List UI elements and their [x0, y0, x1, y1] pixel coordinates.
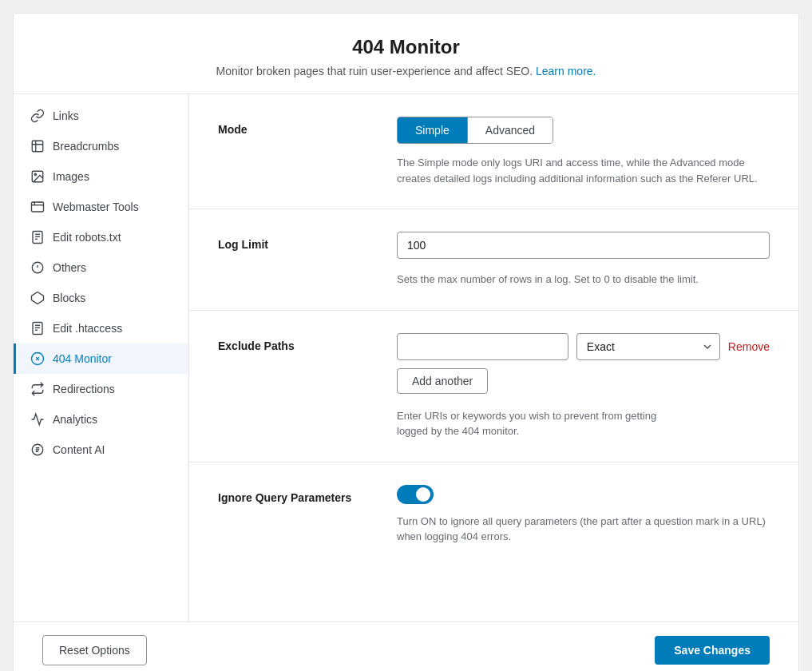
sidebar-item-webmaster[interactable]: Webmaster Tools — [14, 192, 188, 222]
ignore-query-label: Ignore Query Parameters — [218, 485, 378, 504]
svg-rect-16 — [33, 323, 42, 335]
content-area: Mode Simple Advanced The Simple mode onl… — [189, 94, 798, 621]
sidebar: Links Breadcrumbs Images Webmaster Tools… — [14, 94, 189, 621]
sidebar-label-404-monitor: 404 Monitor — [53, 352, 112, 365]
log-limit-content: Sets the max number of rows in a log. Se… — [397, 232, 770, 288]
sidebar-item-breadcrumbs[interactable]: Breadcrumbs — [14, 131, 188, 161]
sidebar-item-analytics[interactable]: Analytics — [14, 404, 188, 435]
blocks-icon — [30, 291, 45, 305]
sidebar-item-images[interactable]: Images — [14, 161, 188, 192]
mode-toggle-group: Simple Advanced — [397, 117, 553, 144]
mode-label: Mode — [218, 117, 378, 136]
mode-advanced-button[interactable]: Advanced — [468, 117, 553, 143]
sidebar-label-htaccess: Edit .htaccess — [53, 322, 122, 335]
sidebar-label-redirections: Redirections — [53, 383, 115, 395]
sidebar-item-content-ai[interactable]: Content AI — [14, 435, 188, 465]
exclude-match-select[interactable]: Exact Contains Starts With Ends With Reg… — [576, 333, 720, 360]
svg-point-4 — [34, 173, 36, 175]
ignore-query-content: Turn ON to ignore all query parameters (… — [397, 485, 770, 545]
page-header: 404 Monitor Monitor broken pages that ru… — [14, 14, 798, 94]
analytics-icon — [30, 412, 45, 427]
log-limit-input[interactable] — [397, 232, 770, 259]
sidebar-item-404-monitor[interactable]: 404 Monitor — [14, 343, 188, 374]
webmaster-icon — [30, 200, 45, 214]
svg-marker-15 — [32, 292, 44, 304]
ignore-query-description: Turn ON to ignore all query parameters (… — [397, 514, 770, 545]
content-ai-icon — [30, 443, 45, 457]
footer-bar: Reset Options Save Changes — [14, 621, 798, 671]
sidebar-item-links[interactable]: Links — [14, 101, 188, 131]
monitor-icon — [30, 351, 45, 366]
sidebar-item-robots[interactable]: Edit robots.txt — [14, 222, 188, 252]
link-icon — [30, 109, 45, 123]
exclude-paths-label: Exclude Paths — [218, 333, 378, 352]
sidebar-label-breadcrumbs: Breadcrumbs — [53, 140, 119, 153]
learn-more-link[interactable]: Learn more. — [536, 65, 596, 77]
sidebar-item-blocks[interactable]: Blocks — [14, 283, 188, 313]
ignore-query-section: Ignore Query Parameters Turn ON to ignor… — [189, 463, 798, 567]
exclude-paths-content: Exact Contains Starts With Ends With Reg… — [397, 333, 770, 439]
sidebar-label-robots: Edit robots.txt — [53, 231, 121, 244]
log-limit-field-row: Log Limit Sets the max number of rows in… — [218, 232, 770, 288]
others-icon — [30, 260, 45, 275]
exclude-paths-description: Enter URIs or keywords you wish to preve… — [397, 408, 770, 439]
svg-rect-8 — [33, 232, 42, 244]
exclude-path-input[interactable] — [397, 333, 568, 360]
sidebar-label-analytics: Analytics — [53, 413, 97, 426]
save-button[interactable]: Save Changes — [655, 636, 770, 665]
main-container: 404 Monitor Monitor broken pages that ru… — [13, 13, 799, 671]
body-layout: Links Breadcrumbs Images Webmaster Tools… — [14, 94, 798, 621]
mode-content: Simple Advanced The Simple mode only log… — [397, 117, 770, 186]
sidebar-label-images: Images — [53, 170, 89, 183]
sidebar-item-others[interactable]: Others — [14, 252, 188, 283]
exclude-path-row: Exact Contains Starts With Ends With Reg… — [397, 333, 770, 360]
exclude-paths-section: Exclude Paths Exact Contains Starts With… — [189, 311, 798, 463]
sidebar-label-blocks: Blocks — [53, 292, 85, 304]
remove-path-button[interactable]: Remove — [728, 340, 770, 353]
log-limit-section: Log Limit Sets the max number of rows in… — [189, 209, 798, 311]
log-limit-description: Sets the max number of rows in a log. Se… — [397, 272, 770, 288]
breadcrumb-icon — [30, 139, 45, 153]
svg-rect-0 — [32, 141, 43, 152]
redirections-icon — [30, 382, 45, 396]
mode-section: Mode Simple Advanced The Simple mode onl… — [189, 94, 798, 209]
robots-icon — [30, 230, 45, 244]
add-another-button[interactable]: Add another — [397, 368, 488, 394]
toggle-wrapper — [397, 485, 770, 504]
log-limit-label: Log Limit — [218, 232, 378, 251]
mode-field-row: Mode Simple Advanced The Simple mode onl… — [218, 117, 770, 186]
sidebar-label-others: Others — [53, 261, 86, 274]
ignore-query-field-row: Ignore Query Parameters Turn ON to ignor… — [218, 485, 770, 545]
toggle-knob — [416, 487, 430, 502]
reset-button[interactable]: Reset Options — [42, 635, 147, 665]
page-title: 404 Monitor — [46, 36, 766, 58]
ignore-query-toggle[interactable] — [397, 485, 434, 504]
sidebar-label-content-ai: Content AI — [53, 443, 105, 456]
sidebar-label-links: Links — [53, 109, 79, 122]
page-subtitle: Monitor broken pages that ruin user-expe… — [46, 65, 766, 77]
mode-simple-button[interactable]: Simple — [398, 117, 468, 143]
svg-rect-5 — [32, 202, 44, 212]
images-icon — [30, 169, 45, 184]
mode-description: The Simple mode only logs URI and access… — [397, 155, 770, 186]
sidebar-item-htaccess[interactable]: Edit .htaccess — [14, 313, 188, 343]
sidebar-label-webmaster: Webmaster Tools — [53, 201, 139, 213]
htaccess-icon — [30, 321, 45, 336]
sidebar-item-redirections[interactable]: Redirections — [14, 374, 188, 404]
exclude-paths-field-row: Exclude Paths Exact Contains Starts With… — [218, 333, 770, 439]
